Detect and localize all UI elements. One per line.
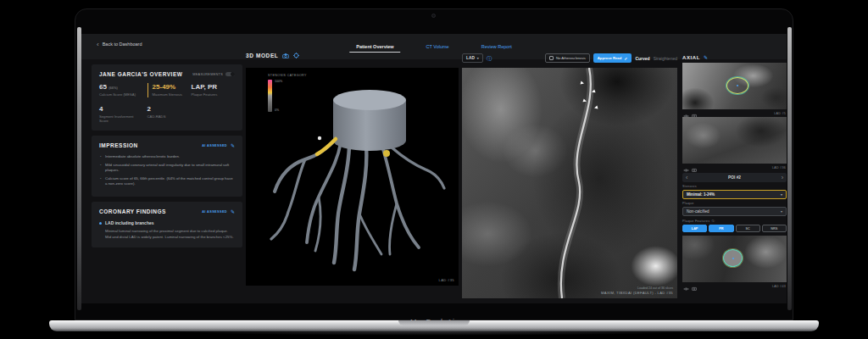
legend-min: 0% xyxy=(275,108,282,112)
feature-lap-toggle[interactable]: LAP xyxy=(682,225,707,232)
impression-bullets: Intermediate absolute atherosclerotic bu… xyxy=(99,154,235,187)
app-window: ‹ Back to Dashboard Patient Overview CT … xyxy=(81,34,787,303)
settings-target-icon[interactable] xyxy=(293,53,299,58)
checkbox-icon xyxy=(549,56,554,60)
slices-loaded-text: Loaded 24 out of 36 slices xyxy=(601,286,673,290)
edit-icon[interactable]: ✎ xyxy=(231,143,235,148)
tab-patient-overview[interactable]: Patient Overview xyxy=(354,39,395,54)
model-slice-label: LAD #35 xyxy=(439,278,454,282)
vessel-bullet-icon xyxy=(99,222,102,225)
lumen-contour xyxy=(723,249,743,267)
thumbnail-slice-label: LAD #5 xyxy=(774,112,786,115)
plaque-field-label: Plaque xyxy=(682,202,787,205)
legend-max: 100% xyxy=(275,80,282,83)
vessel-select[interactable]: LAD ▾ xyxy=(462,53,483,63)
series-label: MAXIM, TIBXDAI (DEFAULT) - LAD #35 xyxy=(601,291,673,295)
axial-thumbnail[interactable] xyxy=(682,117,787,164)
ai-assessed-badge: AI ASSESSED xyxy=(202,144,227,147)
chevron-down-icon: ▾ xyxy=(781,209,782,214)
info-icon[interactable]: ⓘ xyxy=(487,56,492,61)
metric-cad-rads: 2 CAD-RADS xyxy=(147,105,192,124)
finding-vessel[interactable]: LAD including branches xyxy=(105,220,154,225)
laptop-base xyxy=(49,320,819,331)
plaque-feature-toggles: LAP PR SC NRS xyxy=(682,225,787,232)
vessel-centerline xyxy=(462,68,677,298)
model-3d-viewport[interactable]: STENOSIS CATEGORY 100% 0% LAD #35 xyxy=(246,68,459,286)
patient-overview-title: JANE GARCIA'S OVERVIEW xyxy=(99,71,182,77)
edit-icon[interactable]: ✎ xyxy=(231,209,235,214)
curved-mpr-image[interactable]: Loaded 24 out of 36 slices MAXIM, TIBXDA… xyxy=(462,68,677,298)
edit-icon[interactable]: ✎ xyxy=(704,55,708,60)
metric-max-stenosis: 25-49% Maximum Stenosis xyxy=(147,83,192,97)
impression-title: IMPRESSION xyxy=(99,142,138,148)
measurements-label: MEASUREMENTS xyxy=(192,73,223,76)
back-label: Back to Dashboard xyxy=(103,42,142,47)
chevron-right-icon[interactable]: › xyxy=(782,175,783,181)
centerline-dot-icon xyxy=(737,85,738,86)
thumbnail-slice-label: LAD #36 xyxy=(772,166,786,170)
chevron-down-icon: ▾ xyxy=(477,56,479,60)
patient-overview-card: JANE GARCIA'S OVERVIEW MEASUREMENTS 65 (… xyxy=(92,64,242,131)
stenosis-colorbar xyxy=(268,80,272,112)
impression-bullet: Mild sinusoidal coronary arterial wall i… xyxy=(99,163,235,174)
model-3d-header: 3D MODEL xyxy=(246,53,299,58)
info-icon[interactable]: ⓘ xyxy=(711,219,715,223)
bezel-highlight-right xyxy=(787,27,792,310)
no-atherosclerosis-button[interactable]: No Atherosclerosis xyxy=(545,53,589,63)
thumbnail-slice-label: LAD #43 xyxy=(772,285,786,288)
centerline-dot-icon xyxy=(732,258,734,259)
metric-plaque-features: LAP, PR Plaque Features xyxy=(192,83,235,97)
mpr-toolbar: LAD ▾ ⓘ No Atherosclerosis Approve Read … xyxy=(462,53,677,64)
lumen-contour xyxy=(726,77,748,94)
impression-card: IMPRESSION AI ASSESSED ✎ Intermediate ab… xyxy=(92,136,242,197)
measurements-toggle[interactable] xyxy=(225,72,235,77)
axial-thumbnail[interactable] xyxy=(682,63,787,109)
chevron-left-icon: ‹ xyxy=(97,42,99,47)
plaque-select[interactable]: Non-calcified ▾ xyxy=(682,207,787,216)
chevron-down-icon: ▾ xyxy=(781,192,782,197)
poi-label: POI #2 xyxy=(728,175,741,180)
coronary-findings-title: CORONARY FINDINGS xyxy=(99,208,166,214)
tab-ct-volume[interactable]: CT Volume xyxy=(425,39,451,54)
feature-nrs-toggle[interactable]: NRS xyxy=(762,225,787,232)
axial-title: AXIAL xyxy=(682,55,700,60)
metrics-grid: 65 (66%) Calcium Score (MESA) 25-49% Max… xyxy=(99,83,235,124)
check-icon: ✓ xyxy=(624,56,627,61)
impression-bullet: Intermediate absolute atherosclerotic bu… xyxy=(99,154,235,160)
back-to-dashboard-link[interactable]: ‹ Back to Dashboard xyxy=(97,42,142,47)
metric-calcium-score: 65 (66%) Calcium Score (MESA) xyxy=(99,83,147,97)
chevron-left-icon[interactable]: ‹ xyxy=(686,175,687,181)
base-shadow xyxy=(102,331,766,336)
webcam-icon xyxy=(431,14,436,18)
axial-panel: AXIAL ✎ LAD #5 LAD #36 xyxy=(682,53,787,290)
snapshot-camera-icon[interactable] xyxy=(282,53,289,58)
macbook-mockup: MacBook Air ‹ Back to Dashboard Patient … xyxy=(0,0,868,339)
plaque-features-label: Plaque Features xyxy=(682,220,709,223)
feature-sc-toggle[interactable]: SC xyxy=(736,225,760,232)
straightened-view-tab[interactable]: Straightened xyxy=(654,56,677,61)
curved-view-tab[interactable]: Curved xyxy=(635,56,649,61)
finding-body: Minimal luminal narrowing of the proxima… xyxy=(99,229,235,241)
stenosis-field-label: Stenosis xyxy=(682,185,787,188)
ai-assessed-badge: AI ASSESSED xyxy=(202,210,227,214)
lid-notch xyxy=(398,320,470,325)
poi-navigator: ‹ POI #2 › xyxy=(682,173,787,182)
coronary-findings-card: CORONARY FINDINGS AI ASSESSED ✎ LAD incl… xyxy=(92,202,242,247)
left-sidebar: JANE GARCIA'S OVERVIEW MEASUREMENTS 65 (… xyxy=(92,64,242,253)
impression-bullet: Calcium score of 65, 66th percentile. (6… xyxy=(99,176,235,187)
mpr-footer: Loaded 24 out of 36 slices MAXIM, TIBXDA… xyxy=(601,286,673,295)
model-3d-title: 3D MODEL xyxy=(246,53,278,58)
feature-pr-toggle[interactable]: PR xyxy=(709,225,733,232)
legend-title: STENOSIS CATEGORY xyxy=(268,74,307,77)
top-navigation-bar: ‹ Back to Dashboard Patient Overview CT … xyxy=(81,34,787,59)
approve-read-button[interactable]: Approve Read ✓ xyxy=(593,53,632,63)
stenosis-select[interactable]: Minimal: 1-24% ▾ xyxy=(682,190,787,199)
axial-thumbnail[interactable] xyxy=(682,236,787,282)
metric-segment-involvement: 4 Segment Involvement Score xyxy=(99,105,147,124)
stenosis-legend: STENOSIS CATEGORY 100% 0% xyxy=(268,74,307,112)
